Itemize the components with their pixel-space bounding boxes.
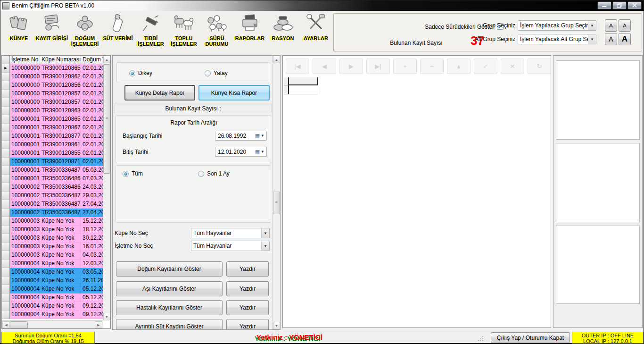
show-records-button-4[interactable]: Ayrıntılı Süt Kaydını Göster	[116, 319, 223, 330]
row-selector[interactable]	[2, 192, 10, 200]
table-row[interactable]: 1000000012TR3900120877902.01.20	[2, 132, 103, 141]
table-row[interactable]: 1000000039Küpe No Yok04.03.20	[2, 251, 103, 260]
cell-kupe-numarasi[interactable]: Küpe No Yok	[40, 302, 81, 310]
cell-kupe-numarasi[interactable]: TR35003364869	[40, 175, 81, 183]
cell-isletme-no[interactable]: 1000000009	[10, 107, 40, 115]
cell-dogum-tarihi[interactable]: 05.12.20	[81, 285, 103, 294]
toolbar-button-syringe[interactable]: TIBBİ İŞLEMLER	[134, 12, 167, 53]
table-row[interactable]: ►1000000001TR3900120865502.01.20	[2, 64, 103, 73]
cell-dogum-tarihi[interactable]: 02.01.20	[81, 141, 103, 149]
cell-kupe-numarasi[interactable]: TR39001208560	[40, 81, 81, 90]
cell-isletme-no[interactable]: 1000000026	[10, 209, 40, 217]
row-selector[interactable]	[2, 234, 10, 243]
toolbar-button-cattle[interactable]: TOPLU İŞLEMLER	[167, 12, 200, 53]
cell-isletme-no[interactable]: 1000000014	[10, 149, 40, 158]
cell-dogum-tarihi[interactable]: 27.04.20	[81, 200, 103, 209]
cell-isletme-no[interactable]: 1000000032	[10, 217, 40, 226]
row-selector[interactable]	[2, 310, 10, 319]
col-header-kupe-numarasi[interactable]: Küpe Numarası	[40, 56, 81, 64]
toolbar-button-printer[interactable]: RAPORLAR	[233, 12, 266, 53]
scroll-right-icon[interactable]: ▶	[95, 321, 102, 328]
kunye-kisa-rapor-button[interactable]: Künye Kısa Rapor	[198, 85, 270, 101]
cell-dogum-tarihi[interactable]: 15.12.20	[81, 217, 103, 226]
cell-dogum-tarihi[interactable]: 18.12.20	[81, 226, 103, 234]
cell-kupe-numarasi[interactable]: TR35003364872	[40, 200, 81, 209]
cell-isletme-no[interactable]: 1000000033	[10, 226, 40, 234]
table-row[interactable]: 1000000033Küpe No Yok18.12.20	[2, 226, 103, 234]
cell-dogum-tarihi[interactable]: 02.01.20	[81, 149, 103, 158]
table-row[interactable]: 1000000004TR3900120856002.01.20	[2, 81, 103, 90]
toolbar-button-ear-tag[interactable]: KÜNYE	[2, 12, 35, 53]
cell-isletme-no[interactable]: 1000000025	[10, 200, 40, 209]
table-row[interactable]: 1000000007TR3900120857602.01.20	[2, 98, 103, 107]
cell-dogum-tarihi[interactable]: 02.01.20	[81, 73, 103, 81]
restore-button[interactable]	[612, 1, 627, 9]
refresh-button[interactable]: ↻	[528, 59, 551, 74]
cell-kupe-numarasi[interactable]: Küpe No Yok	[40, 285, 81, 294]
cancel-edit-button[interactable]: ✕	[501, 59, 524, 74]
table-row[interactable]: 1000000046Küpe No Yok05.12.20	[2, 285, 103, 294]
delete-record-button[interactable]: −	[420, 59, 444, 74]
table-row[interactable]: 1000000042Küpe No Yok12.03.20	[2, 260, 103, 268]
font-size-button-2[interactable]: A	[619, 19, 631, 32]
radio-yatay[interactable]: Yatay	[205, 69, 228, 77]
grid-hscroll-thumb[interactable]	[10, 321, 28, 328]
scroll-up-icon[interactable]: ▲	[273, 56, 280, 63]
cell-isletme-no[interactable]: 1000000044	[10, 268, 40, 277]
scroll-left-icon[interactable]: ◀	[2, 321, 10, 328]
cell-isletme-no[interactable]: 1000000010	[10, 115, 40, 124]
report-controls-scrollbar[interactable]: ▲ ▼	[272, 56, 280, 329]
cell-kupe-numarasi[interactable]: TR39001208633	[40, 107, 81, 115]
group-select[interactable]: İşlem Yapılacak Grup Seçin ▼	[518, 20, 596, 31]
cell-kupe-numarasi[interactable]: Küpe No Yok	[40, 251, 81, 260]
table-row[interactable]: 1000000009TR3900120863302.01.20	[2, 107, 103, 115]
logout-button[interactable]: Çıkış Yap / Oturumu Kapat	[491, 332, 570, 343]
cell-dogum-tarihi[interactable]: 09.12.20	[81, 310, 103, 319]
table-row[interactable]: 1000000018TR3500336486907.03.20	[2, 175, 103, 183]
row-selector[interactable]	[2, 200, 10, 209]
table-row[interactable]: 1000000010TR3900120865102.01.20	[2, 115, 103, 124]
edit-record-button[interactable]: ▲	[447, 59, 471, 74]
farm-select-combo[interactable]: Tüm Hayvanlar ▼	[191, 241, 270, 251]
cell-isletme-no[interactable]: 1000000012	[10, 132, 40, 141]
cell-dogum-tarihi[interactable]: 02.01.20	[81, 81, 103, 90]
row-selector[interactable]	[2, 260, 10, 268]
cell-dogum-tarihi[interactable]: 02.01.20	[81, 64, 103, 73]
cell-dogum-tarihi[interactable]: 02.01.20	[81, 115, 103, 124]
cell-isletme-no[interactable]: 1000000006	[10, 90, 40, 98]
cell-kupe-numarasi[interactable]: TR39001208655	[40, 64, 81, 73]
start-date-field[interactable]: 26.08.1992 ▦ ▼	[215, 131, 267, 141]
cell-isletme-no[interactable]: 1000000042	[10, 260, 40, 268]
table-row[interactable]: 1000000006TR3900120857502.01.20	[2, 90, 103, 98]
cell-kupe-numarasi[interactable]: TR39001208615	[40, 141, 81, 149]
row-selector[interactable]	[2, 107, 10, 115]
row-selector[interactable]	[2, 73, 10, 81]
show-records-button-3[interactable]: Hastalık Kayıtlarını Göster	[116, 300, 223, 315]
current-row-pointer-icon[interactable]: ►	[2, 64, 10, 73]
cell-dogum-tarihi[interactable]: 30.12.20	[81, 234, 103, 243]
cell-dogum-tarihi[interactable]: 02.01.20	[81, 132, 103, 141]
table-row[interactable]: 1000000022TR3500336487029.03.20	[2, 192, 103, 200]
row-selector[interactable]	[2, 277, 10, 285]
row-selector[interactable]	[2, 217, 10, 226]
prior-record-button[interactable]: ◀	[313, 59, 336, 74]
show-records-button-2[interactable]: Aşı Kayıtlarını Göster	[116, 281, 223, 296]
toolbar-button-feed-bales[interactable]: RASYON	[266, 12, 299, 53]
row-selector[interactable]	[2, 166, 10, 175]
grid-vscroll-thumb[interactable]	[103, 64, 110, 174]
row-selector[interactable]	[2, 115, 10, 124]
cell-kupe-numarasi[interactable]: TR39001208716	[40, 158, 81, 166]
scroll-up-icon[interactable]: ▲	[103, 56, 110, 63]
row-selector[interactable]	[2, 98, 10, 107]
table-row[interactable]: 1000000017TR3500336487105.03.20	[2, 166, 103, 175]
row-selector[interactable]	[2, 124, 10, 132]
cell-isletme-no[interactable]: 1000000034	[10, 234, 40, 243]
tag-select-combo[interactable]: Tüm Hayvanlar ▼	[191, 228, 270, 238]
cell-kupe-numarasi[interactable]: Küpe No Yok	[40, 260, 81, 268]
toolbar-button-herd[interactable]: SÜRÜ DURUMU	[200, 12, 233, 53]
cell-dogum-tarihi[interactable]: 29.03.20	[81, 192, 103, 200]
row-selector[interactable]	[2, 285, 10, 294]
cell-isletme-no[interactable]: 1000000001	[10, 64, 40, 73]
cell-isletme-no[interactable]: 1000000048	[10, 302, 40, 310]
cell-dogum-tarihi[interactable]: 05.03.20	[81, 166, 103, 175]
